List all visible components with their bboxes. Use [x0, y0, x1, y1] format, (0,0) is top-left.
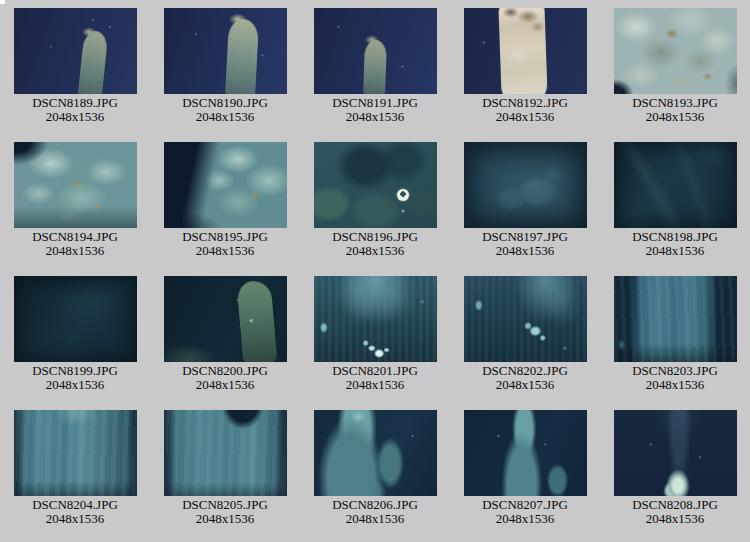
photo-dimensions: 2048x1536 [632, 244, 718, 258]
gallery-cell: DSCN8192.JPG 2048x1536 [450, 8, 600, 142]
photo-dimensions: 2048x1536 [632, 378, 718, 392]
gallery-cell: DSCN8193.JPG 2048x1536 [600, 8, 750, 142]
photo-thumbnail[interactable] [314, 410, 437, 496]
photo-thumbnail[interactable] [14, 142, 137, 228]
photo-thumbnail[interactable] [614, 8, 737, 94]
photo-caption: DSCN8192.JPG 2048x1536 [482, 96, 568, 124]
photo-thumbnail[interactable] [164, 410, 287, 496]
photo-thumbnail[interactable] [464, 8, 587, 94]
photo-thumbnail[interactable] [164, 8, 287, 94]
gallery-cell: DSCN8200.JPG 2048x1536 [150, 276, 300, 410]
particle-specks-graphic [314, 8, 437, 94]
thumbnail-grid: DSCN8189.JPG 2048x1536 DSCN8190.JPG 2048… [0, 0, 750, 542]
photo-thumbnail[interactable] [464, 276, 587, 362]
photo-thumbnail[interactable] [314, 276, 437, 362]
photo-filename: DSCN8205.JPG [182, 498, 268, 512]
gallery-cell: DSCN8198.JPG 2048x1536 [600, 142, 750, 276]
shadow-overlay-graphic [14, 142, 137, 228]
photo-dimensions: 2048x1536 [482, 110, 568, 124]
photo-filename: DSCN8204.JPG [32, 498, 118, 512]
photo-thumbnail[interactable] [614, 142, 737, 228]
particle-specks-graphic [464, 410, 587, 496]
photo-filename: DSCN8197.JPG [482, 230, 568, 244]
gallery-cell: DSCN8203.JPG 2048x1536 [600, 276, 750, 410]
photo-thumbnail[interactable] [614, 276, 737, 362]
photo-caption: DSCN8191.JPG 2048x1536 [332, 96, 418, 124]
photo-dimensions: 2048x1536 [332, 512, 418, 526]
photo-caption: DSCN8196.JPG 2048x1536 [332, 230, 418, 258]
photo-dimensions: 2048x1536 [182, 244, 268, 258]
gallery-cell: DSCN8197.JPG 2048x1536 [450, 142, 600, 276]
photo-thumbnail[interactable] [464, 142, 587, 228]
shadow-overlay-graphic [614, 8, 737, 94]
photo-dimensions: 2048x1536 [32, 378, 118, 392]
gallery-cell: DSCN8202.JPG 2048x1536 [450, 276, 600, 410]
gallery-cell: DSCN8205.JPG 2048x1536 [150, 410, 300, 542]
vignette-graphic [14, 276, 137, 362]
gallery-cell: DSCN8189.JPG 2048x1536 [0, 8, 150, 142]
seafloor-boulders-graphic [314, 142, 437, 228]
vignette-graphic [614, 142, 737, 228]
photo-caption: DSCN8201.JPG 2048x1536 [332, 364, 418, 392]
gallery-cell: DSCN8199.JPG 2048x1536 [0, 276, 150, 410]
photo-dimensions: 2048x1536 [632, 110, 718, 124]
photo-caption: DSCN8208.JPG 2048x1536 [632, 498, 718, 526]
photo-caption: DSCN8194.JPG 2048x1536 [32, 230, 118, 258]
photo-caption: DSCN8189.JPG 2048x1536 [32, 96, 118, 124]
photo-filename: DSCN8190.JPG [182, 96, 268, 110]
photo-thumbnail[interactable] [464, 410, 587, 496]
photo-filename: DSCN8203.JPG [632, 364, 718, 378]
bright-vent-graphic [614, 410, 737, 496]
photo-dimensions: 2048x1536 [332, 378, 418, 392]
photo-dimensions: 2048x1536 [32, 244, 118, 258]
photo-filename: DSCN8207.JPG [482, 498, 568, 512]
photo-caption: DSCN8198.JPG 2048x1536 [632, 230, 718, 258]
photo-caption: DSCN8206.JPG 2048x1536 [332, 498, 418, 526]
photo-caption: DSCN8197.JPG 2048x1536 [482, 230, 568, 258]
photo-thumbnail[interactable] [614, 410, 737, 496]
photo-filename: DSCN8199.JPG [32, 364, 118, 378]
photo-dimensions: 2048x1536 [482, 244, 568, 258]
photo-filename: DSCN8198.JPG [632, 230, 718, 244]
photo-dimensions: 2048x1536 [182, 110, 268, 124]
photo-thumbnail[interactable] [164, 142, 287, 228]
photo-thumbnail[interactable] [314, 142, 437, 228]
photo-thumbnail[interactable] [164, 276, 287, 362]
photo-dimensions: 2048x1536 [32, 512, 118, 526]
photo-filename: DSCN8189.JPG [32, 96, 118, 110]
bright-spots-graphic [314, 276, 437, 362]
photo-filename: DSCN8195.JPG [182, 230, 268, 244]
vignette-graphic [464, 142, 587, 228]
photo-caption: DSCN8202.JPG 2048x1536 [482, 364, 568, 392]
highlight-specks-graphic [314, 410, 437, 496]
photo-dimensions: 2048x1536 [182, 512, 268, 526]
photo-dimensions: 2048x1536 [332, 244, 418, 258]
photo-caption: DSCN8199.JPG 2048x1536 [32, 364, 118, 392]
particle-specks-graphic [14, 8, 137, 94]
photo-thumbnail[interactable] [14, 276, 137, 362]
shadow-overlay-graphic [164, 142, 287, 228]
photo-thumbnail[interactable] [14, 8, 137, 94]
photo-caption: DSCN8193.JPG 2048x1536 [632, 96, 718, 124]
gallery-cell: DSCN8204.JPG 2048x1536 [0, 410, 150, 542]
photo-thumbnail[interactable] [314, 8, 437, 94]
texture-overlay-graphic [614, 276, 737, 362]
gallery-cell: DSCN8207.JPG 2048x1536 [450, 410, 600, 542]
photo-caption: DSCN8207.JPG 2048x1536 [482, 498, 568, 526]
photo-caption: DSCN8195.JPG 2048x1536 [182, 230, 268, 258]
mound-speck-graphic [164, 276, 287, 362]
notch-overlay-graphic [164, 410, 287, 496]
photo-dimensions: 2048x1536 [632, 512, 718, 526]
texture-overlay-graphic [464, 8, 587, 94]
photo-filename: DSCN8192.JPG [482, 96, 568, 110]
photo-caption: DSCN8205.JPG 2048x1536 [182, 498, 268, 526]
gallery-cell: DSCN8194.JPG 2048x1536 [0, 142, 150, 276]
photo-thumbnail[interactable] [14, 410, 137, 496]
photo-filename: DSCN8191.JPG [332, 96, 418, 110]
photo-filename: DSCN8200.JPG [182, 364, 268, 378]
photo-dimensions: 2048x1536 [482, 512, 568, 526]
particle-specks-graphic [164, 8, 287, 94]
gallery-cell: DSCN8191.JPG 2048x1536 [300, 8, 450, 142]
photo-filename: DSCN8202.JPG [482, 364, 568, 378]
gallery-cell: DSCN8195.JPG 2048x1536 [150, 142, 300, 276]
